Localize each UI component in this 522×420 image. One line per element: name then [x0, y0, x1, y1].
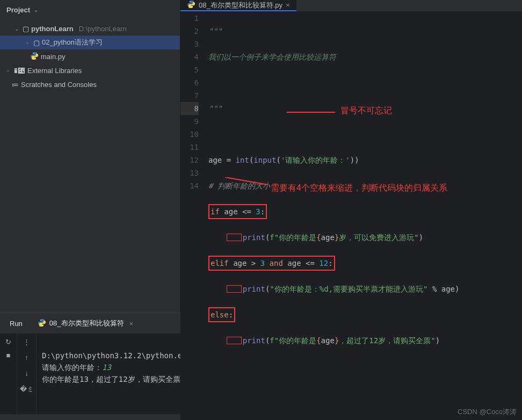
- code-text: 12: [319, 259, 328, 267]
- watermark: CSDN @Coco涛涛: [458, 407, 517, 417]
- root-path: D:\pythonLearn: [79, 25, 127, 33]
- python-icon: [38, 318, 46, 329]
- console-result: 你的年龄是13，超过了12岁，请购买全票: [42, 375, 180, 383]
- code-text: :: [260, 207, 265, 216]
- folder-icon: ▢: [33, 39, 40, 47]
- code-text: print: [243, 336, 265, 345]
- svg-point-6: [40, 320, 41, 320]
- highlight-box: if age <= 3:: [208, 204, 267, 219]
- code-text: 我们以一个例子来学会使用比较运算符: [208, 53, 336, 61]
- external-label: External Libraries: [27, 67, 82, 75]
- editor-tabs: 08_布尔类型和比较算符.py ×: [180, 0, 522, 12]
- code-text: :: [328, 259, 332, 267]
- chevron-right-icon: ›: [24, 40, 31, 46]
- annotation-colon: 冒号不可忘记: [340, 104, 392, 117]
- svg-point-7: [42, 325, 43, 325]
- code-text: '请输入你的年龄：': [281, 156, 350, 164]
- script-tab-label: 08_布尔类型和比较算符: [49, 318, 124, 328]
- annotation-indent: 需要有4个空格来缩进，判断代码块的归属关系: [271, 182, 447, 194]
- code-text: print: [243, 233, 265, 242]
- code-text: f"你的年龄是: [270, 336, 316, 345]
- close-icon[interactable]: ×: [286, 1, 290, 9]
- indent-marker: [227, 337, 242, 344]
- annotation-arrow: [225, 177, 273, 187]
- python-icon: [187, 0, 195, 10]
- run-tab-label: Run: [10, 320, 23, 328]
- more-icon[interactable]: ⋮: [23, 338, 30, 346]
- line-gutter: 1234567 891011121314: [180, 12, 206, 420]
- highlight-box: else:: [208, 307, 235, 322]
- svg-point-1: [35, 58, 35, 59]
- console-prompt: 请输入你的年龄：: [42, 363, 102, 372]
- code-text: if: [211, 207, 220, 216]
- console-input: 13: [102, 363, 111, 372]
- code-text: f"你的年龄是: [270, 233, 316, 242]
- rerun-icon[interactable]: ↻: [5, 338, 11, 346]
- code-text: elif: [211, 259, 229, 267]
- code-text: "你的年龄是：%d,需要购买半票才能进入游玩": [270, 285, 427, 293]
- annotation-arrow: [287, 110, 340, 115]
- code-text: =: [227, 156, 236, 164]
- tree-file-main[interactable]: main.py: [0, 49, 180, 63]
- tree-folder-02[interactable]: › ▢ 02_python语法学习: [0, 35, 180, 49]
- code-text: age <=: [220, 207, 256, 216]
- close-icon[interactable]: ×: [129, 320, 134, 328]
- indent-marker: [227, 285, 242, 293]
- code-text: age: [208, 156, 227, 164]
- code-text: int: [236, 156, 249, 164]
- code-text: """: [208, 104, 222, 113]
- chevron-down-icon: ⌄: [32, 7, 40, 13]
- tree-root[interactable]: ⌄ ▢ pythonLearn D:\pythonLearn: [0, 21, 180, 35]
- code-text: age <=: [287, 259, 319, 267]
- project-sidebar: Project ⌄ ⌄ ▢ pythonLearn D:\pythonLearn…: [0, 0, 180, 313]
- project-tree: ⌄ ▢ pythonLearn D:\pythonLearn › ▢ 02_py…: [0, 19, 180, 93]
- scratches-label: Scratches and Consoles: [21, 81, 97, 89]
- code-text: )): [350, 156, 359, 164]
- scratches-icon: ≔: [12, 81, 19, 89]
- run-toolbar-2: ⋮ ↑ ↓ �ミ: [17, 334, 37, 414]
- wrap-icon[interactable]: �ミ: [20, 385, 34, 394]
- code-text: ，超过了12岁，请购买全票": [339, 336, 435, 345]
- indent-marker: [227, 234, 242, 241]
- code-text: :: [229, 310, 233, 319]
- code-text: (: [276, 156, 280, 164]
- down-icon[interactable]: ↓: [25, 369, 28, 377]
- svg-point-0: [33, 53, 33, 53]
- code-text: 3: [260, 259, 265, 267]
- svg-point-3: [192, 6, 192, 7]
- code-text: and: [265, 259, 287, 267]
- python-icon: [30, 52, 39, 62]
- folder-icon: ▢: [23, 25, 29, 33]
- file-label: main.py: [41, 53, 66, 61]
- editor-tab-active[interactable]: 08_布尔类型和比较算符.py ×: [180, 0, 296, 11]
- code-content[interactable]: """ 我们以一个例子来学会使用比较运算符 """ age = int(inpu…: [206, 12, 522, 420]
- tab-title: 08_布尔类型和比较算符.py: [199, 1, 282, 10]
- highlight-box: elif age > 3 and age <= 12:: [208, 256, 335, 271]
- root-name: pythonLearn: [31, 25, 74, 33]
- chevron-down-icon: ⌄: [13, 26, 20, 32]
- up-icon[interactable]: ↑: [25, 353, 28, 361]
- code-text: age: [321, 336, 335, 345]
- code-text: """: [208, 27, 222, 35]
- run-script-tab[interactable]: 08_布尔类型和比较算符 ×: [34, 316, 136, 331]
- tree-scratches[interactable]: ≔ Scratches and Consoles: [0, 77, 180, 91]
- svg-point-2: [190, 1, 190, 2]
- tree-external-libs[interactable]: › �⵺ External Libraries: [0, 63, 180, 77]
- code-editor[interactable]: 1234567 891011121314 """ 我们以一个例子来学会使用比较运…: [180, 12, 522, 420]
- editor-area: 08_布尔类型和比较算符.py × 1234567 891011121314 "…: [180, 0, 522, 313]
- svg-line-5: [225, 177, 268, 185]
- code-text: print: [243, 285, 265, 293]
- code-text: {: [316, 233, 321, 242]
- folder-label: 02_python语法学习: [42, 38, 103, 47]
- chevron-right-icon: ›: [4, 68, 12, 74]
- stop-icon[interactable]: ■: [6, 351, 11, 359]
- code-text: % age): [427, 285, 459, 293]
- code-text: 岁，可以免费进入游玩": [339, 233, 418, 242]
- code-text: {: [316, 336, 321, 345]
- code-text: ): [419, 233, 423, 242]
- code-text: age >: [229, 259, 260, 267]
- code-text: 3: [256, 207, 260, 216]
- project-header[interactable]: Project ⌄: [0, 0, 180, 19]
- run-tab[interactable]: Run: [6, 317, 26, 330]
- code-text: input: [253, 156, 276, 164]
